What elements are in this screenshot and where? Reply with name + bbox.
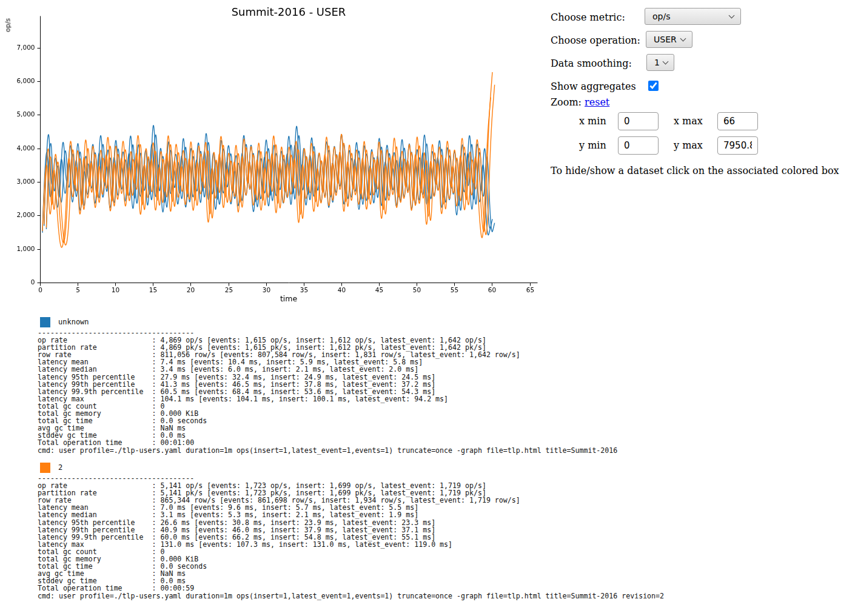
chevron-down-icon [662,59,668,65]
ymin-input[interactable] [618,136,659,155]
legend-label: 2 [58,463,62,472]
x-axis-label: time [40,294,537,303]
metric-select[interactable]: op/s [645,8,741,25]
xmin-input[interactable] [618,112,659,130]
smoothing-label: Data smoothing: [551,58,632,69]
chevron-down-icon [729,13,735,19]
legend-label: unknown [58,318,89,326]
metric-label: Choose metric: [551,12,625,23]
operation-select-value: USER [646,35,677,44]
dataset-section-2: 2 ------------------------------------- … [38,461,850,600]
smoothing-select[interactable]: 1 [646,54,674,71]
legend-swatch[interactable] [40,317,50,327]
smoothing-select-value: 1 [647,58,660,67]
legend-swatch[interactable] [40,463,50,473]
controls-panel: Choose metric: op/s Choose operation: US… [551,5,855,187]
stats-text: ------------------------------------- op… [38,329,850,454]
ymin-label: y min [579,139,606,151]
xmax-label: x max [674,115,703,127]
legend-hint-text: To hide/show a dataset click on the asso… [551,165,839,176]
operation-label: Choose operation: [551,35,640,46]
metric-select-value: op/s [645,12,726,21]
xmax-input[interactable] [717,112,758,130]
legend-row: unknown [38,316,850,328]
zoom-reset-link[interactable]: reset [585,96,609,108]
chart-canvas[interactable] [0,0,543,306]
y-axis-label: op/s [4,13,12,38]
ymax-label: y max [674,139,703,151]
xmin-label: x min [579,115,606,127]
aggregates-label: Show aggregates [551,81,636,92]
chart-region: Summit-2016 - USER op/s time [0,0,543,306]
stats-text: ------------------------------------- op… [38,475,850,600]
show-aggregates-checkbox[interactable] [648,81,659,91]
page-root: Summit-2016 - USER op/s time Choose metr… [0,0,855,616]
zoom-label: Zoom: reset [551,96,609,108]
ymax-input[interactable] [717,136,758,155]
chart-title: Summit-2016 - USER [40,5,537,18]
dataset-section-unknown: unknown --------------------------------… [38,316,850,454]
chevron-down-icon [680,36,686,42]
legend-row: 2 [38,461,850,474]
operation-select[interactable]: USER [646,31,692,48]
